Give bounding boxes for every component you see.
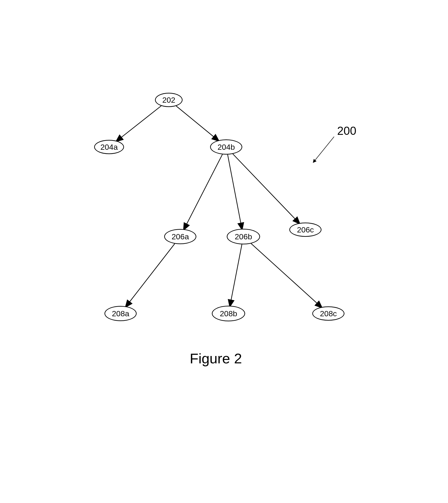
- node-label: 206a: [172, 232, 189, 241]
- node-204a: 204a: [94, 140, 124, 154]
- node-206b: 206b: [227, 229, 260, 244]
- node-label: 208c: [320, 309, 337, 318]
- edges-layer: [0, 0, 448, 503]
- node-label: 204b: [217, 143, 235, 152]
- node-label: 206c: [297, 225, 314, 234]
- figure-caption: Figure 2: [190, 350, 242, 367]
- edge-n206a-n208a: [128, 244, 175, 303]
- edge-n204b-n206b: [227, 155, 241, 225]
- node-label: 208a: [112, 309, 129, 318]
- node-204b: 204b: [210, 139, 242, 155]
- node-label: 206b: [235, 232, 252, 241]
- node-206a: 206a: [164, 229, 196, 244]
- reference-pointer-line: [315, 137, 334, 161]
- edge-n206b-n208b: [231, 244, 242, 302]
- node-208c: 208c: [312, 306, 344, 321]
- node-202: 202: [155, 93, 183, 107]
- node-208a: 208a: [104, 306, 137, 321]
- reference-number: 200: [337, 124, 356, 138]
- edge-n202-n204a: [120, 106, 161, 138]
- node-label: 202: [162, 96, 176, 104]
- node-206c: 206c: [289, 223, 321, 237]
- node-label: 208b: [220, 309, 237, 318]
- edge-n204b-n206c: [233, 154, 296, 220]
- node-208b: 208b: [212, 306, 245, 321]
- edge-n204b-n206a: [186, 154, 223, 226]
- diagram-canvas: 202 204a 204b 206a 206b 206c 208a 208b 2…: [0, 0, 448, 503]
- edge-n202-n204b: [176, 106, 215, 138]
- node-label: 204a: [100, 143, 118, 152]
- edge-n206b-n208c: [251, 243, 318, 304]
